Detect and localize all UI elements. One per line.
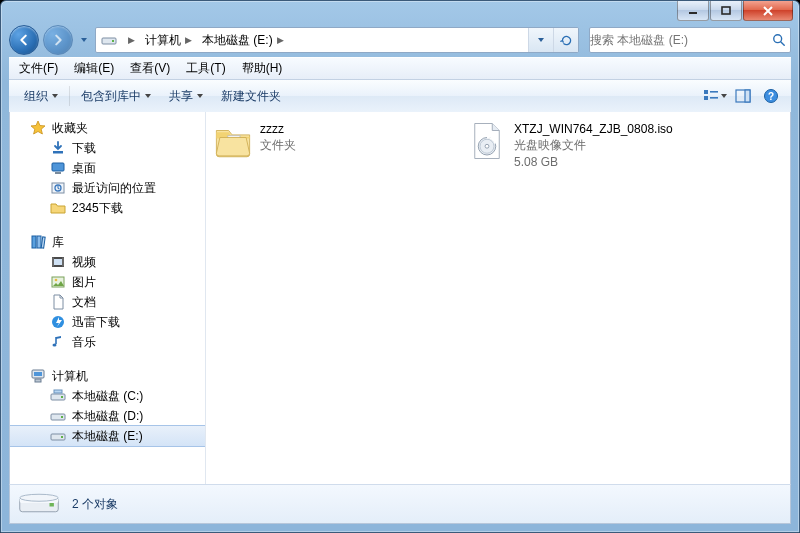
drive-icon xyxy=(50,388,66,404)
navigation-pane[interactable]: 收藏夹 下载 桌面 最近访问的位置 2345下载 库 xyxy=(10,112,206,485)
chevron-down-icon xyxy=(81,38,87,42)
file-item-folder[interactable]: zzzz 文件夹 xyxy=(210,118,454,164)
share-button[interactable]: 共享 xyxy=(160,84,212,109)
folder-icon xyxy=(212,120,254,162)
chevron-down-icon xyxy=(538,38,544,42)
sidebar-item-documents[interactable]: 文档 xyxy=(10,292,205,312)
close-icon xyxy=(762,6,774,16)
sidebar-item-pictures[interactable]: 图片 xyxy=(10,272,205,292)
chevron-right-icon: ▶ xyxy=(185,35,192,45)
sidebar-item-label: 迅雷下载 xyxy=(72,314,120,331)
sidebar-item-label: 视频 xyxy=(72,254,96,271)
file-name: XTZJ_WIN764_ZJB_0808.iso xyxy=(514,122,673,136)
svg-rect-24 xyxy=(53,258,54,267)
sidebar-item-label: 下载 xyxy=(72,140,96,157)
explorer-body: 收藏夹 下载 桌面 最近访问的位置 2345下载 库 xyxy=(9,112,791,486)
computer-icon xyxy=(30,368,46,384)
sidebar-group-libraries[interactable]: 库 xyxy=(10,232,205,252)
breadcrumb-label: 本地磁盘 (E:) xyxy=(202,32,273,49)
sidebar-item-xunlei[interactable]: 迅雷下载 xyxy=(10,312,205,332)
file-type: 光盘映像文件 xyxy=(514,137,673,154)
desktop-icon xyxy=(50,160,66,176)
sidebar-item-drive-c[interactable]: 本地磁盘 (C:) xyxy=(10,386,205,406)
organize-button[interactable]: 组织 xyxy=(15,84,67,109)
nav-history-dropdown[interactable] xyxy=(77,31,91,49)
minimize-button[interactable] xyxy=(677,1,709,21)
svg-rect-31 xyxy=(34,372,42,376)
refresh-button[interactable] xyxy=(553,28,578,52)
address-bar[interactable]: ▶ 计算机 ▶ 本地磁盘 (E:) ▶ xyxy=(95,27,579,53)
maximize-button[interactable] xyxy=(710,1,742,21)
preview-pane-button[interactable] xyxy=(729,84,757,108)
chevron-down-icon xyxy=(721,94,727,98)
sidebar-item-downloads[interactable]: 下载 xyxy=(10,138,205,158)
svg-rect-25 xyxy=(63,258,64,267)
command-bar: 组织 包含到库中 共享 新建文件夹 ? xyxy=(9,80,791,113)
svg-rect-9 xyxy=(710,97,718,99)
sidebar-item-recent[interactable]: 最近访问的位置 xyxy=(10,178,205,198)
menu-file[interactable]: 文件(F) xyxy=(11,58,66,79)
sidebar-item-videos[interactable]: 视频 xyxy=(10,252,205,272)
drive-icon xyxy=(50,408,66,424)
recent-icon xyxy=(50,180,66,196)
search-input[interactable] xyxy=(590,28,768,52)
sidebar-group-computer[interactable]: 计算机 xyxy=(10,366,205,386)
svg-point-29 xyxy=(53,344,57,347)
music-icon xyxy=(50,334,66,350)
svg-rect-15 xyxy=(52,163,64,171)
explorer-window: ▶ 计算机 ▶ 本地磁盘 (E:) ▶ 文件(F) 编辑(E) xyxy=(0,0,800,533)
nav-forward-button[interactable] xyxy=(43,25,73,55)
libraries-icon xyxy=(30,234,46,250)
svg-rect-34 xyxy=(61,396,63,398)
minimize-icon xyxy=(688,6,698,16)
menu-tools[interactable]: 工具(T) xyxy=(178,58,233,79)
menu-edit[interactable]: 编辑(E) xyxy=(66,58,122,79)
svg-rect-23 xyxy=(54,259,62,265)
svg-rect-32 xyxy=(35,379,41,382)
svg-rect-37 xyxy=(61,416,63,418)
breadcrumb-segment[interactable]: 本地磁盘 (E:) ▶ xyxy=(196,28,288,52)
download-icon xyxy=(50,140,66,156)
sidebar-group-favorites[interactable]: 收藏夹 xyxy=(10,118,205,138)
svg-line-5 xyxy=(781,42,784,45)
chevron-right-icon: ▶ xyxy=(277,35,284,45)
breadcrumb-segment[interactable]: 计算机 ▶ xyxy=(139,28,196,52)
change-view-button[interactable] xyxy=(701,84,729,108)
folder-icon xyxy=(50,200,66,216)
svg-rect-0 xyxy=(689,12,697,14)
sidebar-item-drive-d[interactable]: 本地磁盘 (D:) xyxy=(10,406,205,426)
chevron-down-icon xyxy=(145,94,151,98)
sidebar-item-label: 图片 xyxy=(72,274,96,291)
view-icon xyxy=(703,89,719,103)
help-button[interactable]: ? xyxy=(757,84,785,108)
sidebar-item-desktop[interactable]: 桌面 xyxy=(10,158,205,178)
sidebar-group-label: 收藏夹 xyxy=(52,120,88,137)
breadcrumb-segment[interactable]: ▶ xyxy=(122,28,139,52)
svg-rect-19 xyxy=(32,236,36,248)
chevron-right-icon: ▶ xyxy=(128,35,135,45)
sidebar-item-drive-e[interactable]: 本地磁盘 (E:) xyxy=(10,425,205,447)
refresh-icon xyxy=(560,34,573,47)
svg-rect-35 xyxy=(54,390,62,393)
svg-text:?: ? xyxy=(768,91,774,102)
sidebar-item-2345[interactable]: 2345下载 xyxy=(10,198,205,218)
svg-rect-6 xyxy=(704,90,708,94)
sidebar-item-music[interactable]: 音乐 xyxy=(10,332,205,352)
menu-view[interactable]: 查看(V) xyxy=(122,58,178,79)
menubar: 文件(F) 编辑(E) 查看(V) 工具(T) 帮助(H) xyxy=(9,57,791,80)
search-box[interactable] xyxy=(589,27,791,53)
svg-rect-8 xyxy=(710,91,718,93)
address-dropdown-button[interactable] xyxy=(528,28,553,52)
new-folder-button[interactable]: 新建文件夹 xyxy=(212,84,290,109)
include-in-library-button[interactable]: 包含到库中 xyxy=(72,84,160,109)
close-button[interactable] xyxy=(743,1,793,21)
svg-rect-11 xyxy=(745,90,750,102)
file-list[interactable]: zzzz 文件夹 XTZJ_WIN764_ZJB_0808 xyxy=(206,112,790,485)
file-item-iso[interactable]: XTZJ_WIN764_ZJB_0808.iso 光盘映像文件 5.08 GB xyxy=(464,118,708,171)
nav-back-button[interactable] xyxy=(9,25,39,55)
search-icon xyxy=(768,33,790,47)
menu-help[interactable]: 帮助(H) xyxy=(234,58,291,79)
svg-rect-16 xyxy=(55,172,61,174)
svg-rect-3 xyxy=(112,40,114,42)
favorites-icon xyxy=(30,120,46,136)
